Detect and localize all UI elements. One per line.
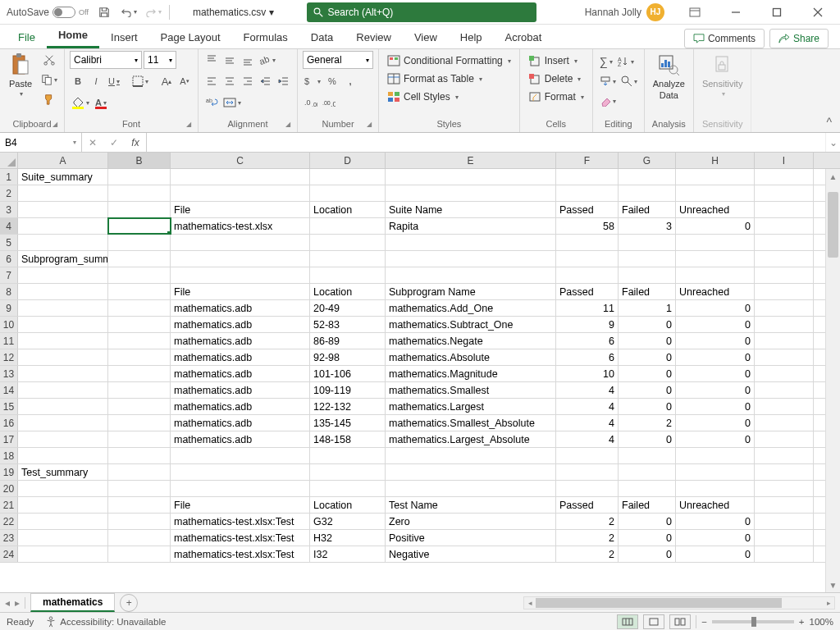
cell-C18[interactable] (171, 448, 310, 463)
cell-E2[interactable] (386, 185, 556, 201)
fill-button[interactable] (598, 72, 618, 90)
cell-I2[interactable] (755, 185, 814, 201)
cell-E14[interactable]: mathematics.Smallest (386, 382, 556, 398)
cell-G16[interactable]: 2 (619, 415, 676, 431)
paste-button[interactable]: Paste (5, 51, 36, 99)
tab-page-layout[interactable]: Page Layout (149, 26, 232, 48)
cell-H1[interactable] (676, 169, 755, 185)
column-header-E[interactable]: E (386, 153, 556, 168)
cell-A21[interactable] (18, 497, 108, 513)
cell-D8[interactable]: Location (310, 284, 386, 299)
scroll-down-button[interactable]: ▼ (826, 578, 840, 592)
increase-font-button[interactable]: A▴ (158, 72, 175, 90)
cell-I1[interactable] (755, 169, 814, 185)
column-header-D[interactable]: D (310, 153, 386, 168)
cell-E11[interactable]: mathematics.Negate (386, 333, 556, 349)
cell-G12[interactable]: 0 (619, 349, 676, 365)
bold-button[interactable]: B (70, 72, 86, 90)
cell-H5[interactable] (676, 235, 755, 250)
minimize-button[interactable] (717, 0, 755, 25)
cell-D3[interactable]: Location (310, 202, 386, 217)
cell-A8[interactable] (18, 284, 108, 299)
cell-F18[interactable] (556, 448, 619, 463)
cell-E18[interactable] (386, 448, 556, 463)
row-header-17[interactable]: 17 (0, 431, 18, 447)
sheet-nav[interactable]: ◂▸ (0, 597, 30, 609)
cell-F14[interactable]: 4 (556, 382, 619, 398)
cell-C3[interactable]: File (171, 202, 310, 217)
row-header-7[interactable]: 7 (0, 267, 18, 283)
cell-E3[interactable]: Suite Name (386, 202, 556, 217)
maximize-button[interactable] (758, 0, 796, 25)
cell-D12[interactable]: 92-98 (310, 349, 386, 365)
cell-G19[interactable] (619, 464, 676, 480)
cell-F12[interactable]: 6 (556, 349, 619, 365)
cell-E15[interactable]: mathematics.Largest (386, 399, 556, 414)
cell-C13[interactable]: mathematics.adb (171, 366, 310, 381)
cell-B6[interactable] (108, 251, 171, 267)
cell-styles-button[interactable]: Cell Styles (384, 89, 514, 105)
cell-A18[interactable] (18, 448, 108, 463)
cell-H19[interactable] (676, 464, 755, 480)
tab-acrobat[interactable]: Acrobat (494, 26, 554, 48)
cell-A13[interactable] (18, 366, 108, 381)
cell-D7[interactable] (310, 267, 386, 283)
cell-G20[interactable] (619, 481, 676, 496)
cell-H3[interactable]: Unreached (676, 202, 755, 217)
cell-A23[interactable] (18, 530, 108, 546)
cell-I21[interactable] (755, 497, 814, 513)
decrease-indent-button[interactable] (258, 72, 274, 90)
cell-G2[interactable] (619, 185, 676, 201)
cell-F11[interactable]: 6 (556, 333, 619, 349)
cell-C12[interactable]: mathematics.adb (171, 349, 310, 365)
cell-I18[interactable] (755, 448, 814, 463)
cell-E10[interactable]: mathematics.Subtract_One (386, 317, 556, 332)
cell-I6[interactable] (755, 251, 814, 267)
sort-filter-button[interactable]: AZ (616, 52, 636, 71)
tab-review[interactable]: Review (345, 26, 403, 48)
cell-C7[interactable] (171, 267, 310, 283)
font-name-select[interactable]: Calibri▾ (70, 51, 142, 69)
row-header-16[interactable]: 16 (0, 415, 18, 431)
cell-I17[interactable] (755, 431, 814, 447)
accounting-button[interactable]: $ (303, 72, 322, 90)
cell-E20[interactable] (386, 481, 556, 496)
cell-F24[interactable]: 2 (556, 546, 619, 562)
cell-I9[interactable] (755, 300, 814, 316)
cell-A4[interactable] (18, 218, 108, 234)
cell-E19[interactable] (386, 464, 556, 480)
format-cells-button[interactable]: Format (525, 89, 587, 105)
cell-D18[interactable] (310, 448, 386, 463)
cell-H4[interactable]: 0 (676, 218, 755, 234)
cell-D16[interactable]: 135-145 (310, 415, 386, 431)
user-account[interactable]: Hannah Jolly HJ (577, 3, 673, 21)
cell-E5[interactable] (386, 235, 556, 250)
cell-C2[interactable] (171, 185, 310, 201)
scroll-thumb[interactable] (828, 192, 838, 258)
cell-A22[interactable] (18, 514, 108, 529)
cell-I24[interactable] (755, 546, 814, 562)
cell-G6[interactable] (619, 251, 676, 267)
cell-B20[interactable] (108, 481, 171, 496)
cell-E24[interactable]: Negative (386, 546, 556, 562)
comments-button[interactable]: Comments (684, 29, 765, 48)
column-header-A[interactable]: A (18, 153, 108, 168)
vertical-scrollbar[interactable]: ▲ ▼ (825, 169, 840, 592)
cell-H18[interactable] (676, 448, 755, 463)
cell-D1[interactable] (310, 169, 386, 185)
scroll-left-button[interactable]: ◂ (524, 597, 536, 609)
cell-B18[interactable] (108, 448, 171, 463)
cell-H17[interactable]: 0 (676, 431, 755, 447)
cell-F10[interactable]: 9 (556, 317, 619, 332)
row-header-6[interactable]: 6 (0, 251, 18, 267)
orientation-button[interactable]: ab (258, 51, 277, 69)
cell-C1[interactable] (171, 169, 310, 185)
cell-B24[interactable] (108, 546, 171, 562)
cell-C6[interactable] (171, 251, 310, 267)
select-all-corner[interactable] (0, 153, 18, 168)
cell-D4[interactable] (310, 218, 386, 234)
increase-indent-button[interactable] (276, 72, 292, 90)
find-button[interactable] (619, 72, 639, 90)
cell-H10[interactable]: 0 (676, 317, 755, 332)
cell-F6[interactable] (556, 251, 619, 267)
